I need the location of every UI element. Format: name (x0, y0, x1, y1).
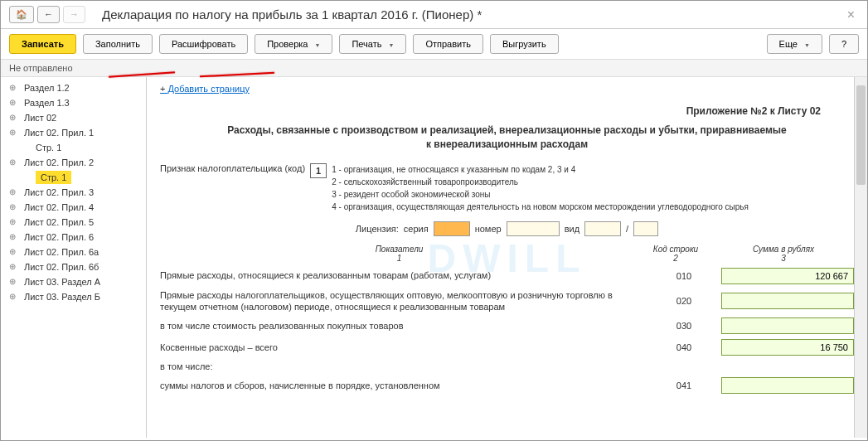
row-label: в том числе стоимость реализованных поку… (160, 320, 647, 332)
row-code: 040 (647, 342, 721, 352)
table-row: суммы налогов и сборов, начисленные в по… (160, 377, 854, 394)
license-type2-input[interactable] (633, 221, 658, 236)
tree-item[interactable]: Лист 03. Раздел Б (1, 289, 146, 304)
check-button[interactable]: Проверка (255, 34, 332, 54)
appendix-header: Приложение №2 к Листу 02 (160, 105, 821, 117)
decode-button[interactable]: Расшифровать (159, 34, 248, 54)
tree-item[interactable]: Раздел 1.2 (1, 80, 146, 95)
row-value-input[interactable] (721, 293, 854, 309)
tree-item[interactable]: Лист 02. Прил. 6 (1, 230, 146, 245)
save-button[interactable]: Записать (9, 34, 76, 54)
row-code: 020 (647, 296, 721, 306)
add-page-link[interactable]: Добавить страницу (160, 84, 250, 94)
col3-header: Сумма в рублях (713, 245, 854, 254)
tree-item[interactable]: Лист 03. Раздел А (1, 274, 146, 289)
row-value-input[interactable] (721, 317, 854, 334)
row-code: 010 (647, 271, 721, 281)
main-content: DWILL Добавить страницу Приложение №2 к … (147, 77, 867, 438)
tree-item[interactable]: Лист 02. Прил. 2 (1, 155, 146, 170)
row-label: Косвенные расходы – всего (160, 342, 647, 353)
page-title: Декларация по налогу на прибыль за 1 ква… (102, 7, 843, 22)
table-row: в том числе: (160, 361, 854, 372)
fill-button[interactable]: Заполнить (83, 34, 153, 54)
export-button[interactable]: Выгрузить (490, 34, 559, 54)
license-row: Лицензия: серия номер вид / (160, 221, 854, 236)
license-number-label: номер (475, 224, 502, 234)
more-button[interactable]: Еще (767, 34, 822, 54)
license-sep: / (626, 224, 628, 234)
row-label: Прямые расходы налогоплательщиков, осуще… (160, 289, 647, 313)
taxpayer-code[interactable]: 1 (310, 163, 327, 178)
col1-header: Показатели (160, 245, 638, 254)
table-row: Прямые расходы налогоплательщиков, осуще… (160, 289, 854, 313)
row-value-input[interactable] (721, 268, 854, 284)
help-button[interactable]: ? (829, 34, 859, 54)
tree-item[interactable]: Стр. 1 (1, 140, 146, 155)
tree-item[interactable]: Раздел 1.3 (1, 95, 146, 110)
taxpayer-desc: 1 - организация, не относящаяся к указан… (332, 163, 749, 213)
close-icon[interactable]: × (843, 7, 859, 22)
scrollbar[interactable] (854, 77, 867, 438)
tree-item[interactable]: Стр. 1 (36, 171, 71, 184)
taxpayer-label: Признак налогоплательщика (код) (160, 163, 305, 173)
tree-item[interactable]: Лист 02. Прил. 3 (1, 185, 146, 200)
tree-item[interactable]: Лист 02 (1, 110, 146, 125)
col2-header: Код строки (638, 245, 713, 254)
home-icon[interactable]: 🏠 (9, 6, 34, 23)
forward-icon[interactable]: → (63, 6, 85, 23)
tree-item[interactable]: Лист 02. Прил. 1 (1, 125, 146, 140)
license-series-input[interactable] (434, 221, 470, 236)
tree-item[interactable]: Лист 02. Прил. 4 (1, 200, 146, 215)
license-number-input[interactable] (507, 221, 560, 236)
row-label: Прямые расходы, относящиеся к реализован… (160, 269, 647, 281)
print-button[interactable]: Печать (339, 34, 406, 54)
license-label: Лицензия: (356, 224, 399, 234)
tree-item[interactable]: Лист 02. Прил. 6а (1, 245, 146, 259)
row-code: 030 (647, 321, 721, 331)
back-icon[interactable]: ← (37, 6, 60, 23)
tree-item[interactable]: Лист 02. Прил. 5 (1, 215, 146, 230)
row-value-input[interactable] (721, 377, 854, 394)
table-row: Косвенные расходы – всего040 (160, 339, 854, 356)
tree-item[interactable]: Лист 02. Прил. 6б (1, 259, 146, 274)
license-type1-input[interactable] (584, 221, 621, 236)
row-label: суммы налогов и сборов, начисленные в по… (160, 380, 647, 391)
doc-title: Расходы, связанные с производством и реа… (225, 124, 789, 152)
license-type-label: вид (565, 224, 579, 234)
license-series-label: серия (404, 224, 429, 234)
row-value-input[interactable] (721, 339, 854, 356)
tree-sidebar: Раздел 1.2Раздел 1.3Лист 02Лист 02. Прил… (1, 77, 147, 438)
table-row: в том числе стоимость реализованных поку… (160, 317, 854, 334)
send-button[interactable]: Отправить (413, 34, 483, 54)
table-row: Прямые расходы, относящиеся к реализован… (160, 268, 854, 284)
row-label: в том числе: (160, 361, 647, 372)
row-code: 041 (647, 380, 721, 390)
